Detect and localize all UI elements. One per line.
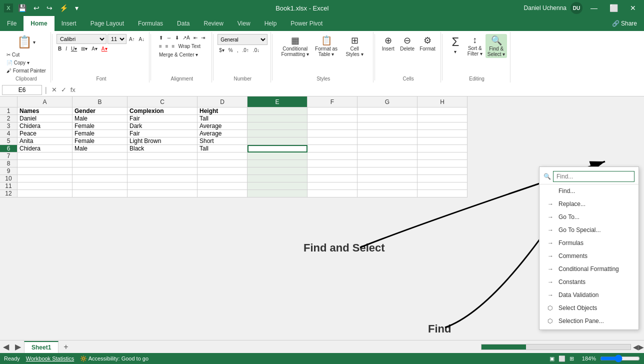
cell-B11[interactable]: [72, 182, 128, 190]
cell-F11[interactable]: [308, 182, 358, 190]
format-painter-button[interactable]: 🖌 Format Painter: [5, 67, 48, 74]
decrease-font-button[interactable]: A↓: [138, 36, 146, 43]
cell-E2[interactable]: [248, 115, 308, 122]
view-layout-icon[interactable]: ⬜: [558, 356, 566, 362]
cell-A6[interactable]: Chidera: [18, 145, 72, 152]
cell-F10[interactable]: [308, 175, 358, 182]
cell-C12[interactable]: [128, 190, 198, 198]
dropdown-search-input[interactable]: [553, 171, 634, 182]
row-header-11[interactable]: 11: [0, 182, 18, 190]
row-header-4[interactable]: 4: [0, 130, 18, 138]
cell-G7[interactable]: [358, 152, 418, 160]
cell-A1[interactable]: Names: [18, 108, 72, 115]
cell-D9[interactable]: [198, 168, 248, 175]
add-sheet-button[interactable]: +: [58, 340, 73, 354]
cancel-formula-icon[interactable]: ✕: [50, 86, 58, 94]
col-header-G[interactable]: G: [358, 96, 418, 108]
cell-C9[interactable]: [128, 168, 198, 175]
cell-F8[interactable]: [308, 160, 358, 168]
tab-power-pivot[interactable]: Power Pivot: [284, 16, 330, 31]
cond-format-menu-item[interactable]: → Conditional Formatting: [540, 262, 638, 276]
cell-B7[interactable]: [72, 152, 128, 160]
zoom-slider[interactable]: [600, 354, 640, 362]
replace-menu-item[interactable]: → Replace...: [540, 198, 638, 210]
cell-C2[interactable]: Fair: [128, 115, 198, 122]
tab-help[interactable]: Help: [258, 16, 284, 31]
cell-D8[interactable]: [198, 160, 248, 168]
user-avatar[interactable]: DU: [570, 2, 582, 14]
redo-button[interactable]: ↪: [44, 3, 54, 13]
merge-center-button[interactable]: Merge & Center ▾: [158, 51, 200, 58]
find-menu-item[interactable]: Find...: [540, 184, 638, 198]
cell-B5[interactable]: Female: [72, 138, 128, 145]
cell-F1[interactable]: [308, 108, 358, 115]
cell-D5[interactable]: Short: [198, 138, 248, 145]
insert-button[interactable]: ⊕ Insert: [379, 34, 397, 52]
italic-button[interactable]: I: [64, 45, 68, 52]
row-header-9[interactable]: 9: [0, 168, 18, 175]
cell-G5[interactable]: [358, 138, 418, 145]
cell-F2[interactable]: [308, 115, 358, 122]
underline-button[interactable]: U▾: [70, 45, 78, 52]
find-select-button[interactable]: 🔍 Find &Select ▾: [486, 34, 508, 58]
cell-H11[interactable]: [418, 182, 468, 190]
number-format-select[interactable]: General: [218, 34, 268, 45]
insert-function-icon[interactable]: fx: [69, 86, 77, 94]
col-header-C[interactable]: C: [128, 96, 198, 108]
cell-B2[interactable]: Male: [72, 115, 128, 122]
col-header-D[interactable]: D: [198, 96, 248, 108]
cell-H7[interactable]: [418, 152, 468, 160]
cell-A7[interactable]: [18, 152, 72, 160]
cell-C8[interactable]: [128, 160, 198, 168]
cell-F3[interactable]: [308, 122, 358, 130]
cell-B12[interactable]: [72, 190, 128, 198]
row-header-5[interactable]: 5: [0, 138, 18, 145]
cell-B1[interactable]: Gender: [72, 108, 128, 115]
cell-G12[interactable]: [358, 190, 418, 198]
cell-B8[interactable]: [72, 160, 128, 168]
scroll-h-left[interactable]: ◀: [633, 343, 638, 351]
cell-E5[interactable]: [248, 138, 308, 145]
tab-page-layout[interactable]: Page Layout: [84, 16, 131, 31]
cell-H5[interactable]: [418, 138, 468, 145]
share-button[interactable]: 🔗 Share: [605, 16, 644, 31]
cell-C5[interactable]: Light Brown: [128, 138, 198, 145]
cell-E10[interactable]: [248, 175, 308, 182]
cell-G3[interactable]: [358, 122, 418, 130]
cell-A8[interactable]: [18, 160, 72, 168]
tab-view[interactable]: View: [230, 16, 258, 31]
col-header-H[interactable]: H: [418, 96, 468, 108]
cell-D7[interactable]: [198, 152, 248, 160]
cell-A2[interactable]: Daniel: [18, 115, 72, 122]
tab-insert[interactable]: Insert: [54, 16, 84, 31]
cell-D11[interactable]: [198, 182, 248, 190]
tab-data[interactable]: Data: [170, 16, 196, 31]
autosave-button[interactable]: ⚡: [58, 3, 70, 13]
cell-G2[interactable]: [358, 115, 418, 122]
cell-D4[interactable]: Average: [198, 130, 248, 138]
cell-G8[interactable]: [358, 160, 418, 168]
format-as-table-button[interactable]: 📋 Format asTable ▾: [313, 34, 340, 58]
cell-F7[interactable]: [308, 152, 358, 160]
cell-G1[interactable]: [358, 108, 418, 115]
col-header-E[interactable]: E: [248, 96, 308, 108]
cell-E9[interactable]: [248, 168, 308, 175]
formulas-menu-item[interactable]: → Formulas: [540, 236, 638, 250]
cell-F12[interactable]: [308, 190, 358, 198]
cell-F6[interactable]: [308, 145, 358, 152]
more-qat-button[interactable]: ▾: [73, 3, 80, 13]
cell-G9[interactable]: [358, 168, 418, 175]
row-header-2[interactable]: 2: [0, 115, 18, 122]
text-orient-button[interactable]: ↗A: [181, 34, 192, 42]
tab-home[interactable]: Home: [24, 16, 54, 31]
currency-button[interactable]: $▾: [218, 46, 226, 54]
cell-E8[interactable]: [248, 160, 308, 168]
cell-E12[interactable]: [248, 190, 308, 198]
delete-button[interactable]: ⊖ Delete: [398, 34, 416, 52]
increase-decimal-button[interactable]: .0↑: [241, 46, 250, 54]
bold-button[interactable]: B: [56, 45, 63, 52]
cell-E3[interactable]: [248, 122, 308, 130]
cell-H8[interactable]: [418, 160, 468, 168]
cell-A12[interactable]: [18, 190, 72, 198]
align-center-button[interactable]: ≡: [164, 42, 170, 50]
